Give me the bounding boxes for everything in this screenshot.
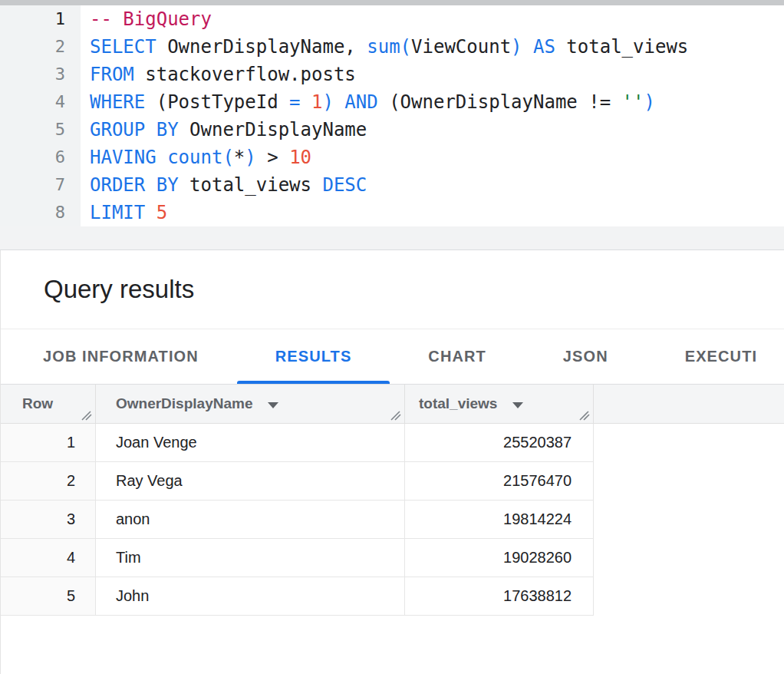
sql-token-keyword: count( — [167, 147, 234, 168]
tab-label: EXECUTI — [685, 348, 757, 365]
table-row: 4Tim19028260 — [1, 539, 594, 577]
cell-total-views: 19028260 — [405, 539, 594, 577]
line-number: 8 — [0, 199, 65, 226]
column-resize-handle-icon[interactable] — [390, 411, 402, 421]
column-header-views: total_views — [405, 385, 594, 423]
sql-token-keyword: ) — [245, 147, 255, 168]
cell-row-number: 5 — [1, 577, 96, 615]
sql-code-area[interactable]: 1-- BigQuery2SELECT OwnerDisplayName, su… — [0, 5, 784, 226]
sql-token-keyword: AS — [533, 36, 555, 58]
sql-token-plain: OwnerDisplayName — [179, 119, 367, 140]
column-header-filler — [594, 385, 784, 423]
column-dropdown-caret-icon[interactable] — [512, 402, 523, 408]
tab-label: JOB INFORMATION — [43, 348, 199, 365]
sql-token-plain: (OwnerDisplayName != — [378, 91, 622, 113]
cell-row-number: 1 — [1, 424, 96, 461]
cell-owner-display-name: Tim — [96, 539, 405, 577]
sql-token-keyword: ) — [644, 91, 655, 113]
sql-token-string: '' — [622, 91, 644, 113]
query-results-title: Query results — [44, 275, 194, 304]
line-number: 5 — [0, 116, 65, 144]
active-tab-indicator — [237, 381, 390, 384]
sql-token-plain: total_views — [179, 174, 323, 196]
code-line[interactable]: 7ORDER BY total_views DESC — [0, 171, 784, 199]
query-results-header: Query results — [1, 250, 784, 329]
sql-token-keyword: AND — [344, 91, 377, 113]
sql-token-number: 5 — [156, 202, 167, 223]
code-text: LIMIT 5 — [90, 199, 167, 226]
line-number: 7 — [0, 171, 65, 199]
code-line[interactable]: 2SELECT OwnerDisplayName, sum(ViewCount)… — [0, 33, 784, 61]
code-text: -- BigQuery — [90, 5, 212, 33]
sql-token-keyword: HAVING — [90, 147, 156, 168]
cell-row-number: 4 — [1, 539, 96, 577]
code-line[interactable]: 4WHERE (PostTypeId = 1) AND (OwnerDispla… — [0, 88, 784, 116]
cell-row-number: 3 — [1, 501, 96, 538]
tab-results[interactable]: RESULTS — [237, 329, 390, 384]
table-row: 5John17638812 — [1, 577, 594, 616]
code-text: FROM stackoverflow.posts — [90, 61, 356, 88]
cell-owner-display-name: John — [96, 577, 405, 615]
sql-token-keyword: SELECT — [90, 36, 156, 58]
cell-total-views: 25520387 — [405, 424, 594, 461]
code-line[interactable]: 6HAVING count(*) > 10 — [0, 144, 784, 171]
sql-token-plain: ViewCount — [411, 36, 511, 58]
cell-total-views: 21576470 — [405, 462, 594, 500]
column-header-label: total_views — [419, 395, 497, 412]
tab-execution[interactable]: EXECUTI — [647, 329, 784, 384]
column-resize-handle-icon[interactable] — [579, 411, 591, 421]
sql-token-keyword: FROM — [90, 64, 134, 85]
column-dropdown-caret-icon[interactable] — [268, 402, 278, 408]
column-header-owner: OwnerDisplayName — [96, 385, 405, 423]
table-row: 1Joan Venge25520387 — [1, 424, 594, 462]
tab-chart[interactable]: CHART — [390, 329, 525, 384]
tab-json[interactable]: JSON — [525, 329, 647, 384]
sql-token-plain: * — [234, 147, 245, 168]
cell-owner-display-name: Ray Vega — [96, 462, 405, 500]
line-number: 2 — [0, 33, 65, 61]
code-line[interactable]: 3FROM stackoverflow.posts — [0, 61, 784, 88]
bigquery-console: 1-- BigQuery2SELECT OwnerDisplayName, su… — [0, 0, 784, 674]
results-tabbar: JOB INFORMATIONRESULTSCHARTJSONEXECUTI — [1, 329, 784, 385]
column-header-row: Row — [1, 385, 96, 423]
sql-token-keyword: ) — [511, 36, 522, 58]
code-text: HAVING count(*) > 10 — [90, 144, 311, 171]
code-line[interactable]: 8LIMIT 5 — [0, 199, 784, 226]
table-row: 3anon19814224 — [1, 501, 594, 539]
sql-token-keyword: sum( — [367, 36, 411, 58]
sql-token-comment: -- BigQuery — [90, 8, 212, 30]
column-resize-handle-icon[interactable] — [81, 411, 93, 421]
column-header-label: Row — [22, 395, 53, 412]
line-number: 1 — [0, 5, 65, 33]
sql-token-plain: total_views — [555, 36, 688, 58]
sql-token-keyword: DESC — [322, 174, 367, 196]
results-table-body: 1Joan Venge255203872Ray Vega215764703ano… — [1, 424, 594, 616]
top-divider-strip — [0, 0, 784, 5]
line-number: 6 — [0, 144, 65, 171]
code-text: SELECT OwnerDisplayName, sum(ViewCount) … — [90, 33, 688, 61]
tab-job-information[interactable]: JOB INFORMATION — [5, 329, 237, 384]
sql-token-keyword: = — [289, 91, 300, 113]
code-text: ORDER BY total_views DESC — [90, 171, 367, 199]
sql-editor[interactable]: 1-- BigQuery2SELECT OwnerDisplayName, su… — [0, 5, 784, 250]
query-results-panel: Query results JOB INFORMATIONRESULTSCHAR… — [0, 250, 784, 674]
tab-label: RESULTS — [275, 348, 352, 365]
sql-token-plain — [522, 36, 533, 58]
sql-token-keyword: ) — [322, 91, 333, 113]
editor-footer-band — [0, 226, 784, 249]
code-text: GROUP BY OwnerDisplayName — [90, 116, 367, 144]
sql-token-plain — [334, 91, 344, 113]
code-line[interactable]: 1-- BigQuery — [0, 5, 784, 33]
cell-total-views: 17638812 — [405, 577, 594, 615]
cell-owner-display-name: anon — [96, 501, 405, 538]
cell-row-number: 2 — [1, 462, 96, 500]
cell-total-views: 19814224 — [405, 501, 594, 538]
tab-label: CHART — [428, 348, 486, 365]
sql-token-number: 10 — [289, 147, 311, 168]
code-text: WHERE (PostTypeId = 1) AND (OwnerDisplay… — [90, 88, 655, 116]
line-number: 4 — [0, 88, 65, 116]
results-table-header-row: RowOwnerDisplayNametotal_views — [1, 385, 784, 424]
sql-token-keyword: ORDER BY — [90, 174, 179, 196]
cell-owner-display-name: Joan Venge — [96, 424, 405, 461]
code-line[interactable]: 5GROUP BY OwnerDisplayName — [0, 116, 784, 144]
